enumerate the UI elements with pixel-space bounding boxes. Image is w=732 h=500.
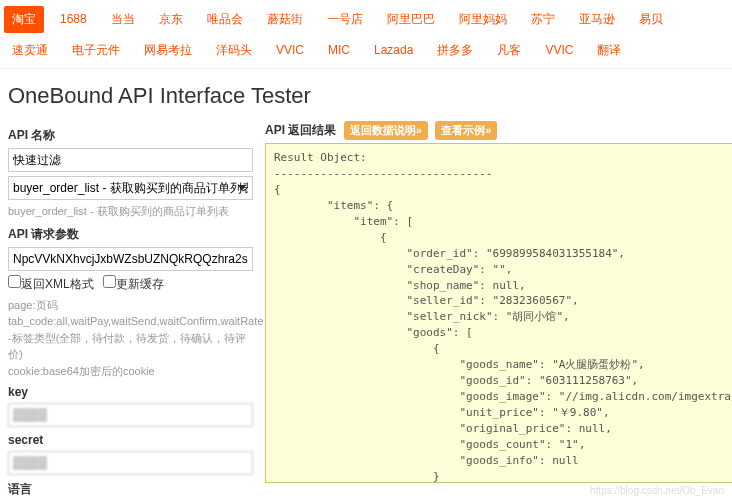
key-label: key xyxy=(8,385,253,399)
tab-苏宁[interactable]: 苏宁 xyxy=(523,6,563,33)
tab-阿里妈妈[interactable]: 阿里妈妈 xyxy=(451,6,515,33)
tab-1688[interactable]: 1688 xyxy=(52,7,95,31)
tab-电子元件[interactable]: 电子元件 xyxy=(64,37,128,64)
tab-网易考拉[interactable]: 网易考拉 xyxy=(136,37,200,64)
tab-速卖通[interactable]: 速卖通 xyxy=(4,37,56,64)
tab-唯品会[interactable]: 唯品会 xyxy=(199,6,251,33)
params-hint: page:页码 tab_code:all,waitPay,waitSend,wa… xyxy=(8,297,253,380)
lang-label: 语言 xyxy=(8,481,32,498)
api-name-hint: buyer_order_list - 获取购买到的商品订单列表 xyxy=(8,203,253,220)
tab-京东[interactable]: 京东 xyxy=(151,6,191,33)
api-name-filter[interactable] xyxy=(8,148,253,172)
tab-一号店[interactable]: 一号店 xyxy=(319,6,371,33)
tab-洋码头[interactable]: 洋码头 xyxy=(208,37,260,64)
tab-蘑菇街[interactable]: 蘑菇街 xyxy=(259,6,311,33)
platform-tabs: 淘宝1688当当京东唯品会蘑菇街一号店阿里巴巴阿里妈妈苏宁亚马逊易贝 速卖通电子… xyxy=(0,0,732,69)
data-desc-link[interactable]: 返回数据说明» xyxy=(344,121,428,140)
tab-当当[interactable]: 当当 xyxy=(103,6,143,33)
tab-亚马逊[interactable]: 亚马逊 xyxy=(571,6,623,33)
api-name-select[interactable]: buyer_order_list - 获取购买到的商品订单列表 xyxy=(8,176,253,200)
params-input[interactable] xyxy=(8,247,253,271)
tab-淘宝[interactable]: 淘宝 xyxy=(4,6,44,33)
tab-翻译[interactable]: 翻译 xyxy=(589,37,629,64)
tab-阿里巴巴[interactable]: 阿里巴巴 xyxy=(379,6,443,33)
request-panel: API 名称 buyer_order_list - 获取购买到的商品订单列表 b… xyxy=(8,121,253,500)
cb-cache[interactable]: 更新缓存 xyxy=(103,277,164,291)
secret-label: secret xyxy=(8,433,253,447)
page-title: OneBound API Interface Tester xyxy=(0,69,732,121)
tab-Lazada[interactable]: Lazada xyxy=(366,38,421,62)
api-name-label: API 名称 xyxy=(8,127,55,144)
watermark: https://blog.csdn.net/Ob_Evan xyxy=(590,485,724,496)
tab-VVIC[interactable]: VVIC xyxy=(537,38,581,62)
tab-凡客[interactable]: 凡客 xyxy=(489,37,529,64)
cb-xml[interactable]: 返回XML格式 xyxy=(8,277,94,291)
example-link[interactable]: 查看示例» xyxy=(435,121,497,140)
secret-input[interactable] xyxy=(8,451,253,475)
tab-MIC[interactable]: MIC xyxy=(320,38,358,62)
result-output[interactable]: Result Object: -------------------------… xyxy=(265,143,732,483)
params-label: API 请求参数 xyxy=(8,226,253,243)
tab-易贝[interactable]: 易贝 xyxy=(631,6,671,33)
response-panel: API 返回结果 返回数据说明» 查看示例» Result Object: --… xyxy=(265,121,732,500)
key-input[interactable] xyxy=(8,403,253,427)
result-label: API 返回结果 xyxy=(265,123,336,137)
tab-拼多多[interactable]: 拼多多 xyxy=(429,37,481,64)
tab-VVIC[interactable]: VVIC xyxy=(268,38,312,62)
